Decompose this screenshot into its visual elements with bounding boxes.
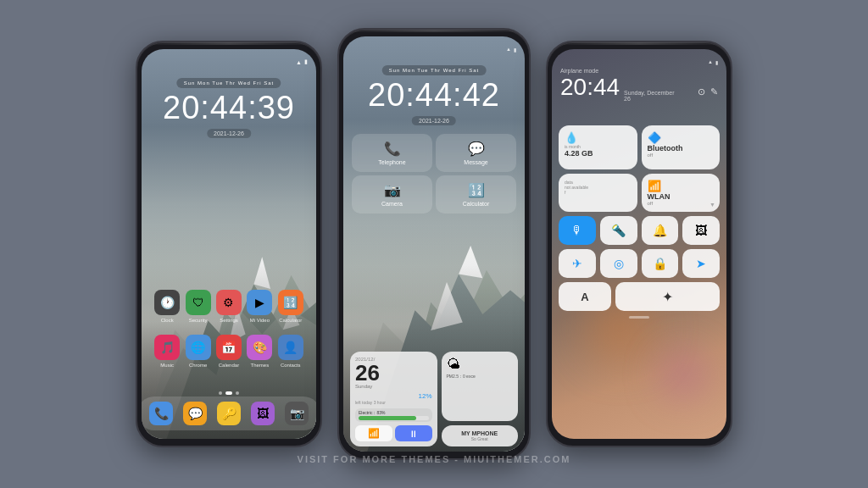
app-row-1: 🕐 Clock 🛡 Security ⚙ Settings ▶ Mi Video — [152, 290, 306, 323]
app-settings[interactable]: ⚙ Settings — [214, 290, 244, 323]
signal-icon: ▲ — [506, 47, 511, 52]
wifi-toggle-btn[interactable]: 📶 — [355, 425, 392, 441]
widget-day-number: 26 — [355, 362, 432, 384]
battery-icon: ▮ — [304, 58, 308, 65]
shortcut-calculator[interactable]: 🔢 Calculator — [436, 175, 516, 214]
page-dots — [219, 391, 239, 395]
phone-1: ▲ ▮ Sun Mon Tue Thr Wed Fri Sat 20:44:39… — [136, 41, 322, 447]
shortcut-telephone[interactable]: 📞 Telephone — [352, 134, 432, 172]
location-toggle[interactable]: ➤ — [682, 249, 720, 278]
app-calendar[interactable]: 📅 Calendar — [214, 335, 244, 368]
app-themes[interactable]: 🎨 Themes — [244, 335, 275, 368]
cc-row-1: 💧 is month 4.28 GB 🔷 Bluetooth off — [559, 125, 720, 169]
bluetooth-title: Bluetooth — [648, 144, 715, 152]
font-toggle[interactable]: A — [559, 282, 611, 311]
shortcut-camera[interactable]: 📷 Camera — [352, 175, 432, 214]
widget-weekday: Sunday — [355, 384, 432, 389]
phone2-screen: ▲ ▮ Sun Mon Tue Thr Wed Fri Sat 20:44:42… — [343, 36, 525, 452]
airplane-mode-label: Airplane mode — [560, 68, 718, 74]
cc-toggles-1: 🎙 🔦 🔔 🖼 — [559, 216, 720, 245]
mic-toggle[interactable]: 🎙 — [559, 216, 596, 245]
equalizer-btn[interactable]: ⏸ — [395, 425, 432, 441]
music-widget: MY MPHONE So Great — [442, 425, 519, 446]
data-tile[interactable]: 💧 is month 4.28 GB — [559, 125, 637, 169]
airplane-toggle[interactable]: ✈ — [559, 249, 596, 278]
bg-blob-pink — [658, 349, 709, 400]
music-title: MY MPHONE — [447, 430, 514, 436]
scroll-indicator — [559, 316, 720, 319]
calendar-days: Sun Mon Tue Thr Wed Fri Sat — [177, 78, 281, 88]
nfc-toggle[interactable]: ◎ — [600, 249, 637, 278]
phone1-screen: ▲ ▮ Sun Mon Tue Thr Wed Fri Sat 20:44:39… — [142, 49, 316, 439]
wlan-tile[interactable]: 📶 WLAN off ▼ — [642, 174, 721, 212]
app-mivideo[interactable]: ▶ Mi Video — [244, 290, 275, 323]
dock-messages[interactable]: 💬 — [183, 402, 207, 425]
electric-progress-bar — [359, 416, 416, 420]
edit-header-icon[interactable]: ✎ — [710, 86, 718, 97]
app-calculator[interactable]: 🔢 Calculator — [275, 290, 306, 323]
dock-camera[interactable]: 📷 — [285, 402, 309, 425]
weather-icon: 🌤 — [447, 357, 460, 372]
lock-toggle[interactable]: 🔒 — [642, 249, 679, 278]
widget-buttons: 📶 ⏸ — [355, 425, 432, 441]
bluetooth-icon: 🔷 — [648, 131, 715, 144]
notification-toggle[interactable]: 🔔 — [642, 216, 679, 245]
flashlight-toggle[interactable]: 🔦 — [600, 216, 637, 245]
status-signal-icon: ▲ — [708, 59, 713, 64]
battery-pct: 12% — [355, 392, 432, 400]
cc-time-row: 20:44 Sunday, December26 ⊙ ✎ — [560, 74, 718, 103]
app-clock[interactable]: 🕐 Clock — [152, 290, 182, 323]
battery-sub: left today 3 hour — [355, 400, 432, 405]
cc-row-2: datanot available f 📶 WLAN off ▼ — [559, 174, 720, 212]
data2-sub: datanot available — [565, 180, 632, 190]
watermark: VISIT FOR MORE THEMES - MIUITHEMER.COM — [298, 454, 571, 464]
telephone-icon: 📞 — [384, 141, 401, 157]
phone2-clock-widget: Sun Mon Tue Thr Wed Fri Sat 20:44:42 202… — [353, 60, 516, 126]
app-security[interactable]: 🛡 Security — [183, 290, 214, 323]
phone1-clock: 20:44:39 — [150, 92, 307, 124]
phone2-status-bar: ▲ ▮ — [343, 42, 525, 57]
phone2-shortcuts: 📞 Telephone 💬 Message 📷 Camera 🔢 Calcula… — [352, 134, 516, 214]
wlan-chevron-icon: ▼ — [709, 202, 715, 208]
dock-phone[interactable]: 📞 — [149, 402, 173, 425]
phone2-calendar-days: Sun Mon Tue Thr Wed Fri Sat — [382, 65, 486, 75]
battery2-icon: ▮ — [514, 47, 516, 53]
dot-2 — [225, 391, 232, 395]
electric-progress-bg — [359, 416, 429, 420]
camera-header-icon[interactable]: ⊙ — [698, 86, 705, 97]
phone3-screen: ▲ ▮ Airplane mode 20:44 Sunday, December… — [552, 49, 726, 439]
cast-toggle[interactable]: 🖼 — [682, 216, 720, 245]
cc-time: 20:44 — [560, 74, 620, 101]
bluetooth-tile[interactable]: 🔷 Bluetooth off — [642, 125, 721, 169]
bluetooth-sub: off — [648, 152, 715, 158]
data-value: 4.28 GB — [565, 149, 632, 158]
cc-header: Airplane mode 20:44 Sunday, December26 ⊙… — [560, 68, 718, 103]
svg-marker-10 — [431, 282, 463, 330]
phone1-status-bar: ▲ ▮ — [142, 54, 316, 69]
message-icon: 💬 — [468, 141, 485, 157]
app-chrome[interactable]: 🌐 Chrome — [183, 335, 214, 368]
electric-label: Electric：83% — [359, 410, 429, 415]
weather-widget: 🌤 PM2.5：0 exce — [442, 352, 519, 421]
electric-bar-container: Electric：83% — [355, 408, 432, 422]
right-widgets: 🌤 PM2.5：0 exce MY MPHONE So Great — [442, 352, 519, 446]
wifi-icon: ▲ — [296, 59, 302, 65]
phone1-dock: 📞 💬 🔑 🖼 📷 — [142, 396, 316, 430]
phone1-app-grid: 🕐 Clock 🛡 Security ⚙ Settings ▶ Mi Video — [142, 290, 316, 380]
phone2-clock: 20:44:42 — [353, 79, 516, 111]
data2-tile[interactable]: datanot available f — [559, 174, 637, 212]
music-sub: So Great — [447, 436, 514, 441]
app-music[interactable]: 🎵 Music — [152, 335, 182, 368]
status-battery3-icon: ▮ — [715, 59, 718, 65]
date-battery-widget: 2021/12/ 26 Sunday 12% left today 3 hour… — [350, 352, 437, 446]
cc-header-icons: ⊙ ✎ — [698, 86, 718, 99]
dock-gallery[interactable]: 🖼 — [251, 402, 275, 425]
cc-bottom-row: A ✦ — [559, 282, 720, 311]
cc-toggles-2: ✈ ◎ 🔒 ➤ — [559, 249, 720, 278]
brightness-slider[interactable]: ✦ — [615, 282, 720, 311]
svg-marker-5 — [253, 257, 270, 289]
dock-app3[interactable]: 🔑 — [217, 402, 241, 425]
shortcut-message[interactable]: 💬 Message — [436, 134, 516, 172]
wlan-icon: 📶 — [648, 180, 715, 192]
app-contacts[interactable]: 👤 Contacts — [275, 335, 306, 368]
